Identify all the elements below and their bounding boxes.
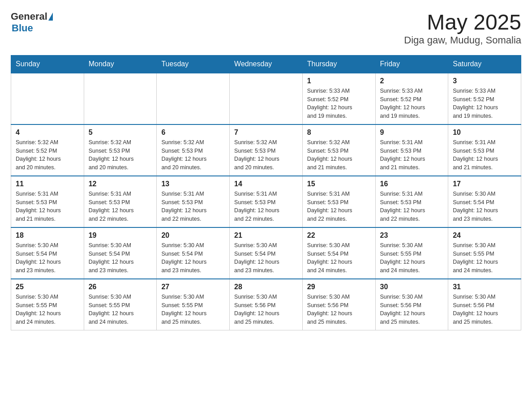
day-number: 23 [380, 231, 444, 240]
day-info: Sunrise: 5:31 AMSunset: 5:53 PMDaylight:… [453, 138, 516, 172]
calendar-header-row: Sunday Monday Tuesday Wednesday Thursday… [11, 55, 521, 73]
day-info: Sunrise: 5:32 AMSunset: 5:52 PMDaylight:… [16, 138, 79, 172]
calendar-cell: 9Sunrise: 5:31 AMSunset: 5:53 PMDaylight… [375, 124, 448, 176]
day-number: 12 [89, 180, 152, 188]
day-info: Sunrise: 5:30 AMSunset: 5:55 PMDaylight:… [380, 241, 444, 275]
week-row-5: 25Sunrise: 5:30 AMSunset: 5:55 PMDayligh… [11, 279, 521, 330]
calendar-cell: 23Sunrise: 5:30 AMSunset: 5:55 PMDayligh… [375, 227, 448, 279]
col-thursday: Thursday [302, 55, 375, 73]
week-row-3: 11Sunrise: 5:31 AMSunset: 5:53 PMDayligh… [11, 176, 521, 227]
day-info: Sunrise: 5:32 AMSunset: 5:53 PMDaylight:… [161, 138, 225, 172]
day-number: 7 [234, 128, 298, 137]
day-info: Sunrise: 5:30 AMSunset: 5:54 PMDaylight:… [161, 241, 225, 275]
day-info: Sunrise: 5:31 AMSunset: 5:53 PMDaylight:… [234, 190, 298, 223]
day-info: Sunrise: 5:32 AMSunset: 5:53 PMDaylight:… [234, 138, 298, 172]
calendar-cell: 30Sunrise: 5:30 AMSunset: 5:56 PMDayligh… [375, 279, 448, 330]
calendar-cell: 17Sunrise: 5:30 AMSunset: 5:54 PMDayligh… [448, 176, 521, 227]
day-info: Sunrise: 5:30 AMSunset: 5:54 PMDaylight:… [234, 241, 298, 275]
day-info: Sunrise: 5:30 AMSunset: 5:54 PMDaylight:… [89, 241, 152, 275]
day-info: Sunrise: 5:33 AMSunset: 5:52 PMDaylight:… [307, 87, 371, 120]
calendar-cell: 26Sunrise: 5:30 AMSunset: 5:55 PMDayligh… [84, 279, 157, 330]
day-info: Sunrise: 5:30 AMSunset: 5:55 PMDaylight:… [16, 293, 79, 326]
calendar-cell [84, 73, 157, 124]
day-number: 6 [161, 128, 225, 137]
day-info: Sunrise: 5:31 AMSunset: 5:53 PMDaylight:… [380, 138, 444, 172]
day-number: 21 [234, 231, 298, 240]
calendar-cell: 11Sunrise: 5:31 AMSunset: 5:53 PMDayligh… [11, 176, 84, 227]
calendar-cell: 13Sunrise: 5:31 AMSunset: 5:53 PMDayligh… [157, 176, 230, 227]
calendar-cell: 15Sunrise: 5:31 AMSunset: 5:53 PMDayligh… [302, 176, 375, 227]
day-number: 28 [234, 283, 298, 291]
day-number: 15 [307, 180, 371, 188]
day-number: 31 [453, 283, 516, 291]
day-number: 4 [16, 128, 79, 137]
calendar-cell: 10Sunrise: 5:31 AMSunset: 5:53 PMDayligh… [448, 124, 521, 176]
calendar-cell: 22Sunrise: 5:30 AMSunset: 5:54 PMDayligh… [302, 227, 375, 279]
day-info: Sunrise: 5:31 AMSunset: 5:53 PMDaylight:… [307, 190, 371, 223]
calendar-cell: 4Sunrise: 5:32 AMSunset: 5:52 PMDaylight… [11, 124, 84, 176]
day-number: 9 [380, 128, 444, 137]
calendar-subtitle: Diga gaw, Mudug, Somalia [404, 34, 521, 46]
calendar-cell: 18Sunrise: 5:30 AMSunset: 5:54 PMDayligh… [11, 227, 84, 279]
day-number: 22 [307, 231, 371, 240]
day-number: 1 [307, 77, 371, 85]
calendar-cell: 2Sunrise: 5:33 AMSunset: 5:52 PMDaylight… [375, 73, 448, 124]
day-number: 13 [161, 180, 225, 188]
day-info: Sunrise: 5:30 AMSunset: 5:55 PMDaylight:… [453, 241, 516, 275]
day-info: Sunrise: 5:31 AMSunset: 5:53 PMDaylight:… [89, 190, 152, 223]
day-number: 5 [89, 128, 152, 137]
day-info: Sunrise: 5:30 AMSunset: 5:55 PMDaylight:… [161, 293, 225, 326]
calendar-cell: 3Sunrise: 5:33 AMSunset: 5:52 PMDaylight… [448, 73, 521, 124]
calendar-cell: 20Sunrise: 5:30 AMSunset: 5:54 PMDayligh… [157, 227, 230, 279]
calendar-cell [230, 73, 303, 124]
week-row-1: 1Sunrise: 5:33 AMSunset: 5:52 PMDaylight… [11, 73, 521, 124]
calendar-cell: 27Sunrise: 5:30 AMSunset: 5:55 PMDayligh… [157, 279, 230, 330]
calendar-cell: 29Sunrise: 5:30 AMSunset: 5:56 PMDayligh… [302, 279, 375, 330]
day-info: Sunrise: 5:30 AMSunset: 5:55 PMDaylight:… [89, 293, 152, 326]
day-number: 10 [453, 128, 516, 137]
day-number: 29 [307, 283, 371, 291]
day-info: Sunrise: 5:31 AMSunset: 5:53 PMDaylight:… [161, 190, 225, 223]
day-info: Sunrise: 5:30 AMSunset: 5:54 PMDaylight:… [16, 241, 79, 275]
day-info: Sunrise: 5:30 AMSunset: 5:56 PMDaylight:… [234, 293, 298, 326]
logo-triangle-icon [48, 13, 53, 21]
day-info: Sunrise: 5:32 AMSunset: 5:53 PMDaylight:… [89, 138, 152, 172]
day-info: Sunrise: 5:30 AMSunset: 5:54 PMDaylight:… [307, 241, 371, 275]
day-info: Sunrise: 5:32 AMSunset: 5:53 PMDaylight:… [307, 138, 371, 172]
day-number: 19 [89, 231, 152, 240]
day-info: Sunrise: 5:33 AMSunset: 5:52 PMDaylight:… [453, 87, 516, 120]
calendar-cell [11, 73, 84, 124]
calendar-cell: 14Sunrise: 5:31 AMSunset: 5:53 PMDayligh… [230, 176, 303, 227]
day-number: 8 [307, 128, 371, 137]
day-info: Sunrise: 5:31 AMSunset: 5:53 PMDaylight:… [380, 190, 444, 223]
day-number: 26 [89, 283, 152, 291]
week-row-2: 4Sunrise: 5:32 AMSunset: 5:52 PMDaylight… [11, 124, 521, 176]
page-header: General Blue May 2025 Diga gaw, Mudug, S… [11, 11, 521, 46]
col-saturday: Saturday [448, 55, 521, 73]
calendar-cell: 8Sunrise: 5:32 AMSunset: 5:53 PMDaylight… [302, 124, 375, 176]
calendar-cell: 24Sunrise: 5:30 AMSunset: 5:55 PMDayligh… [448, 227, 521, 279]
calendar-title: May 2025 [404, 11, 521, 34]
day-number: 3 [453, 77, 516, 85]
calendar-cell: 28Sunrise: 5:30 AMSunset: 5:56 PMDayligh… [230, 279, 303, 330]
day-number: 24 [453, 231, 516, 240]
col-wednesday: Wednesday [230, 55, 303, 73]
calendar-cell: 25Sunrise: 5:30 AMSunset: 5:55 PMDayligh… [11, 279, 84, 330]
calendar-cell: 7Sunrise: 5:32 AMSunset: 5:53 PMDaylight… [230, 124, 303, 176]
calendar-cell: 1Sunrise: 5:33 AMSunset: 5:52 PMDaylight… [302, 73, 375, 124]
calendar-cell: 21Sunrise: 5:30 AMSunset: 5:54 PMDayligh… [230, 227, 303, 279]
day-info: Sunrise: 5:30 AMSunset: 5:54 PMDaylight:… [453, 190, 516, 223]
day-info: Sunrise: 5:30 AMSunset: 5:56 PMDaylight:… [453, 293, 516, 326]
col-monday: Monday [84, 55, 157, 73]
col-tuesday: Tuesday [157, 55, 230, 73]
day-info: Sunrise: 5:30 AMSunset: 5:56 PMDaylight:… [380, 293, 444, 326]
day-number: 30 [380, 283, 444, 291]
day-number: 11 [16, 180, 79, 188]
day-info: Sunrise: 5:31 AMSunset: 5:53 PMDaylight:… [16, 190, 79, 223]
logo: General Blue [11, 11, 54, 34]
day-number: 17 [453, 180, 516, 188]
calendar-cell: 5Sunrise: 5:32 AMSunset: 5:53 PMDaylight… [84, 124, 157, 176]
calendar-cell: 19Sunrise: 5:30 AMSunset: 5:54 PMDayligh… [84, 227, 157, 279]
calendar-cell: 31Sunrise: 5:30 AMSunset: 5:56 PMDayligh… [448, 279, 521, 330]
week-row-4: 18Sunrise: 5:30 AMSunset: 5:54 PMDayligh… [11, 227, 521, 279]
